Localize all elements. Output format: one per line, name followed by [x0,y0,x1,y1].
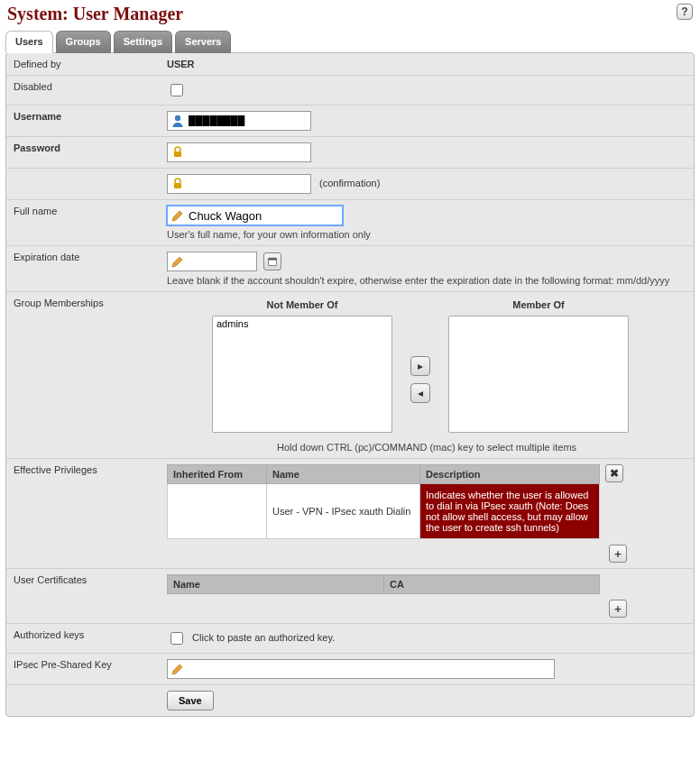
pencil-icon [170,207,186,224]
certificates-label: User Certificates [6,569,160,624]
password-label: Password [6,137,160,169]
add-certificate-button[interactable]: ＋ [609,600,627,618]
defined-by-label: Defined by [6,53,160,76]
fullname-hint: User's full name, for your own informati… [167,229,686,240]
priv-name-cell: User - VPN - IPsec xauth Dialin [267,484,420,539]
tab-settings[interactable]: Settings [114,31,172,53]
plus-icon: ＋ [612,546,623,562]
password-confirm-input[interactable] [189,176,306,192]
user-icon [170,113,186,129]
svg-point-0 [175,115,180,121]
chevron-right-icon: ▸ [418,360,423,372]
password-input[interactable] [189,144,306,160]
delete-privilege-button[interactable]: ✖ [605,464,623,482]
username-input[interactable] [189,113,306,129]
page-title: System: User Manager [7,4,183,24]
priv-inherited-cell [168,484,267,539]
add-privilege-button[interactable]: ＋ [609,545,627,563]
not-member-of-title: Not Member Of [267,299,338,310]
disabled-label: Disabled [6,76,160,105]
member-of-title: Member Of [512,299,564,310]
list-item[interactable]: admins [215,318,390,330]
chevron-left-icon: ◂ [418,387,423,399]
user-form-panel: Defined by USER Disabled Username Passwo… [5,52,695,717]
cert-header-name: Name [168,575,384,594]
fullname-label: Full name [6,200,160,246]
pencil-icon [170,253,186,270]
username-label: Username [6,105,160,137]
svg-rect-4 [269,258,277,260]
member-of-list[interactable] [448,316,629,433]
authorized-keys-checkbox[interactable] [170,632,183,645]
password-confirm-hint: (confirmation) [319,178,380,188]
lock-icon [170,144,186,160]
groups-label: Group Memberships [6,292,160,459]
priv-header-description: Description [420,465,600,484]
authorized-keys-label: Authorized keys [6,624,160,654]
move-left-button[interactable]: ◂ [410,383,430,403]
tab-users[interactable]: Users [5,31,53,53]
not-member-of-list[interactable]: admins [212,316,392,433]
calendar-button[interactable] [263,252,281,270]
lock-icon [170,176,186,192]
disabled-checkbox[interactable] [170,84,183,96]
groups-hint: Hold down CTRL (pc)/COMMAND (mac) key to… [167,442,686,453]
plus-icon: ＋ [612,601,623,617]
svg-rect-2 [174,183,181,188]
authorized-keys-hint: Click to paste an authorized key. [192,632,335,643]
delete-icon: ✖ [610,467,619,480]
move-right-button[interactable]: ▸ [410,356,430,376]
svg-rect-1 [174,151,181,157]
certificates-table: Name CA [167,574,600,594]
help-icon[interactable]: ? [677,4,693,20]
tab-bar: Users Groups Settings Servers [0,30,700,52]
priv-header-inherited: Inherited From [168,465,267,484]
expiration-hint: Leave blank if the account shouldn't exp… [167,275,686,286]
fullname-input[interactable] [189,207,337,224]
priv-description-cell: Indicates whether the user is allowed to… [420,484,600,539]
cert-header-ca: CA [384,575,600,594]
ipsec-psk-input[interactable] [189,661,549,677]
tab-groups[interactable]: Groups [56,31,111,53]
table-row: User - VPN - IPsec xauth Dialin Indicate… [168,484,600,539]
privileges-table: Inherited From Name Description User - V… [167,464,600,539]
priv-header-name: Name [267,465,420,484]
privileges-label: Effective Privileges [6,459,160,569]
expiration-input[interactable] [189,253,252,270]
tab-servers[interactable]: Servers [175,31,231,53]
expiration-label: Expiration date [6,246,160,292]
save-button[interactable]: Save [167,691,214,710]
pencil-icon [170,661,186,677]
ipsec-psk-label: IPsec Pre-Shared Key [6,654,160,685]
defined-by-value: USER [167,59,195,69]
